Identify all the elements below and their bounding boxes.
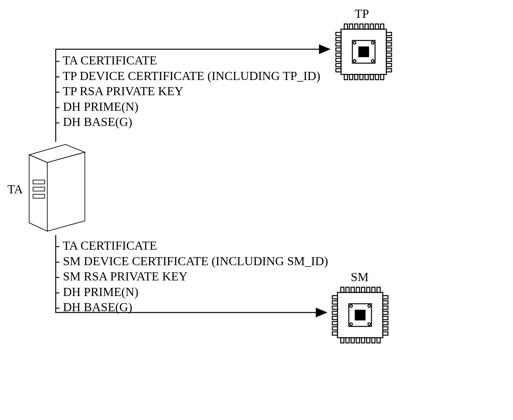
sm-items-list: - TA CERTIFICATE - SM DEVICE CERTIFICATE… [56,238,328,315]
tp-item-2: - TP DEVICE CERTIFICATE (INCLUDING TP_ID… [56,68,320,84]
tp-item-4: - DH PRIME(N) [56,99,320,115]
sm-item-3: - SM RSA PRIVATE KEY [56,269,328,284]
sm-item-4: - DH PRIME(N) [56,284,328,300]
tp-items-list: - TA CERTIFICATE - TP DEVICE CERTIFICATE… [56,53,320,130]
sm-item-2: - SM DEVICE CERTIFICATE (INCLUDING SM_ID… [56,254,328,269]
tp-item-3: - TP RSA PRIVATE KEY [56,84,320,99]
tp-item-1: - TA CERTIFICATE [56,53,320,68]
sm-item-1: - TA CERTIFICATE [56,238,328,254]
tp-item-5: - DH BASE(G) [56,114,320,130]
sm-item-5: - DH BASE(G) [56,300,328,315]
